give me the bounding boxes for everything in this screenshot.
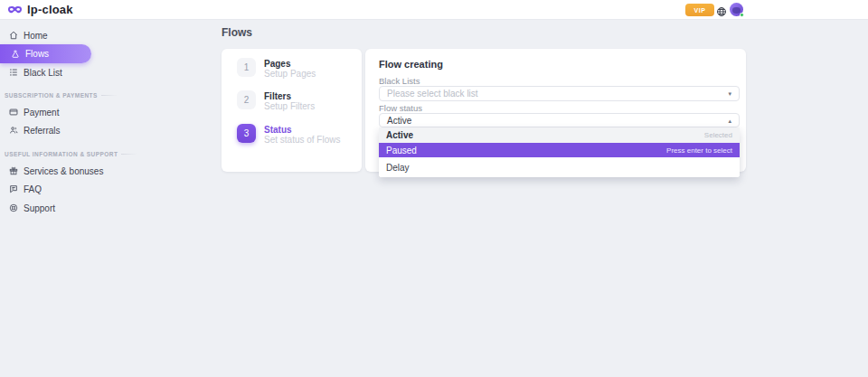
users-icon (9, 126, 18, 135)
steps-card: 1 Pages Setup Pages 2 Filters Setup Filt… (222, 49, 362, 172)
flow-status-label: Flow status (379, 103, 422, 113)
credit-card-icon (9, 108, 18, 117)
step-number: 1 (237, 58, 256, 77)
option-press-enter-hint: Press enter to select (666, 146, 732, 155)
sidebar-item-services[interactable]: Services & bonuses (9, 165, 103, 177)
flow-status-select[interactable]: Active ▴ (379, 113, 740, 127)
step-pages[interactable]: 1 Pages Setup Pages (237, 58, 316, 79)
step-number: 3 (237, 124, 256, 143)
option-label: Paused (386, 146, 417, 156)
option-selected-hint: Selected (704, 131, 732, 139)
step-title: Filters (264, 91, 315, 101)
sidebar-item-home[interactable]: Home (9, 29, 48, 42)
section-divider (101, 95, 118, 96)
sidebar-section-support: USEFUL INFORMATION & SUPPORT (5, 149, 137, 158)
sidebar-item-label: Services & bonuses (24, 166, 103, 176)
section-divider (121, 154, 137, 155)
black-lists-label: Black Lists (379, 76, 420, 86)
vip-button[interactable]: VIP (685, 4, 714, 16)
step-status[interactable]: 3 Status Set status of Flows (237, 124, 340, 145)
chat-icon (9, 184, 18, 193)
flow-status-dropdown: Active Selected Paused Press enter to se… (379, 127, 740, 177)
sidebar-item-faq[interactable]: FAQ (9, 183, 42, 195)
logo-text: lp-cloak (27, 3, 73, 16)
mask-icon (7, 5, 23, 14)
step-number: 2 (237, 90, 256, 109)
sidebar-item-flows[interactable]: Flows (0, 44, 91, 63)
step-title: Status (264, 125, 340, 135)
option-active[interactable]: Active Selected (379, 127, 740, 143)
sidebar-section-payments: SUBSCRIPTION & PAYMENTS (5, 90, 118, 99)
avatar[interactable] (730, 3, 743, 16)
option-label: Delay (386, 163, 410, 173)
sidebar-item-black-list[interactable]: Black List (9, 66, 62, 79)
list-icon (9, 68, 18, 77)
step-subtitle: Setup Pages (264, 69, 316, 79)
home-icon (9, 31, 18, 40)
sidebar-item-support[interactable]: Support (9, 202, 55, 214)
sidebar-item-label: Referrals (24, 126, 61, 136)
gift-icon (9, 166, 18, 175)
step-title: Pages (264, 59, 316, 69)
sidebar-item-label: Black List (24, 68, 62, 78)
sidebar-item-label: Support (24, 203, 55, 213)
top-bar: lp-cloak VIP (0, 0, 868, 20)
chevron-down-icon: ▾ (728, 90, 731, 97)
option-paused[interactable]: Paused Press enter to select (379, 143, 740, 157)
online-status-dot (740, 13, 744, 17)
page-title: Flows (222, 26, 252, 39)
sidebar-item-payment[interactable]: Payment (9, 106, 59, 118)
black-lists-select[interactable]: Please select black list ▾ (379, 86, 740, 101)
chevron-up-icon: ▴ (728, 118, 731, 124)
sidebar-item-label: FAQ (24, 184, 42, 194)
sidebar-item-label: Home (24, 31, 48, 41)
step-subtitle: Setup Filters (264, 101, 315, 111)
sidebar-item-referrals[interactable]: Referrals (9, 124, 61, 137)
globe-icon[interactable] (716, 5, 727, 15)
lifebuoy-icon (9, 203, 18, 212)
option-delay[interactable]: Delay (379, 157, 740, 177)
option-label: Active (386, 130, 413, 140)
step-filters[interactable]: 2 Filters Setup Filters (237, 90, 315, 111)
form-title: Flow creating (379, 59, 443, 70)
sidebar-item-label: Flows (25, 49, 49, 59)
logo[interactable]: lp-cloak (7, 0, 73, 19)
flows-icon (11, 50, 20, 59)
sidebar-section-label: USEFUL INFORMATION & SUPPORT (5, 151, 118, 157)
flow-status-value: Active (387, 116, 411, 126)
sidebar-item-label: Payment (24, 108, 59, 118)
black-lists-placeholder: Please select black list (387, 89, 478, 99)
step-subtitle: Set status of Flows (264, 135, 340, 145)
sidebar-section-label: SUBSCRIPTION & PAYMENTS (5, 92, 98, 99)
